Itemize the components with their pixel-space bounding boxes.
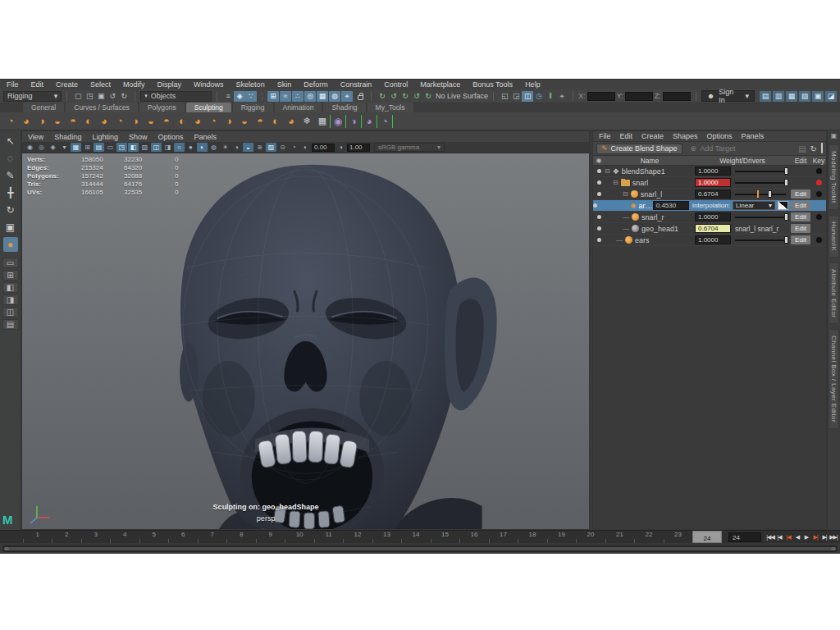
menu-item[interactable]: Constrain — [340, 80, 372, 89]
frame-tick[interactable]: 15 — [431, 531, 459, 543]
visibility-dot[interactable] — [593, 169, 605, 173]
stamp-image-icon[interactable]: ▦ — [315, 114, 330, 129]
key-indicator[interactable] — [811, 214, 826, 220]
shelf-tab[interactable]: Shading — [323, 103, 365, 112]
weight-field[interactable]: 1.0000 — [695, 178, 731, 187]
spray-brush-icon[interactable]: ◔ — [112, 114, 127, 129]
save-scene-icon[interactable]: ▣ — [95, 91, 107, 102]
frame-tick[interactable]: 4 — [110, 531, 139, 543]
menu-item[interactable]: Marketplace — [420, 80, 460, 89]
snap-curve-icon[interactable]: ≈ — [280, 91, 291, 102]
sign-in-button[interactable]: ☻ Sign In ▾ — [701, 90, 755, 102]
visibility-dot[interactable] — [593, 226, 605, 231]
menu-item[interactable]: Create — [56, 80, 78, 89]
snap-projected-center-icon[interactable]: ◎ — [304, 91, 316, 102]
refresh-icon[interactable]: ↻ — [810, 144, 817, 153]
layout-two-pane-stacked-icon[interactable]: ◨ — [2, 294, 19, 305]
frame-tick[interactable]: 10 — [285, 531, 313, 543]
workspace-rigging-icon[interactable]: ▧ — [799, 91, 810, 102]
construction-history-icon[interactable]: ↻ — [399, 91, 411, 102]
frame-tick[interactable]: 23 — [664, 531, 692, 543]
shelf-tab[interactable]: Polygons — [139, 103, 185, 112]
viewport-canvas[interactable]: Verts: 158050 32230 0 Edges: 215324 6432… — [22, 153, 589, 529]
workspace-animation-icon[interactable]: ▣ — [812, 91, 824, 102]
edit-button[interactable]: Edit — [791, 189, 810, 199]
paint-select-tool-icon[interactable]: ✎ — [3, 168, 18, 183]
add-target-button[interactable]: ⊕ Add Target — [686, 144, 741, 154]
panel-menu-item[interactable]: View — [28, 133, 43, 141]
edit-button[interactable]: Edit — [791, 201, 810, 210]
sculpt-brush-icon[interactable]: ◔ — [3, 114, 18, 129]
snap-magnet-icon[interactable]: ⌖ — [341, 91, 353, 102]
select-object-icon[interactable]: ◈ — [234, 91, 245, 102]
frame-tick[interactable]: 3 — [81, 531, 110, 543]
shelf-tab[interactable]: Animation — [275, 103, 322, 112]
frame-tick[interactable]: 20 — [576, 531, 605, 543]
menu-item[interactable]: Edit — [31, 80, 44, 89]
fill-brush-icon[interactable]: ◕ — [190, 114, 205, 129]
weight-slider[interactable] — [735, 189, 786, 199]
frame-tick[interactable]: 14 — [401, 531, 430, 543]
menu-item[interactable]: Edit — [620, 132, 633, 140]
layout-custom-icon[interactable]: ▤ — [2, 319, 19, 330]
screen-space-ao-icon[interactable]: ◒ — [243, 143, 253, 152]
frame-tick[interactable]: 16 — [459, 531, 488, 543]
visibility-dot[interactable] — [593, 215, 605, 219]
frame-tick[interactable]: 8 — [226, 531, 255, 543]
shelf-tab[interactable]: General — [23, 103, 64, 112]
gamma-field[interactable]: 1.00 — [347, 144, 370, 152]
workspace-uv-icon[interactable]: ▦ — [786, 91, 797, 102]
layout-four-pane-icon[interactable]: ⊞ — [2, 270, 19, 281]
edit-button[interactable]: Edit — [791, 235, 810, 244]
clone-target-icon[interactable]: ◑ — [346, 114, 361, 129]
menu-item[interactable]: Bonus Tools — [472, 80, 513, 89]
workspace-rendering-icon[interactable]: ◪ — [825, 91, 837, 102]
menu-item[interactable]: Display — [158, 80, 182, 89]
step-back-frame-button[interactable]: |◀ — [775, 532, 783, 542]
visibility-dot[interactable] — [593, 192, 605, 196]
textured-icon[interactable]: ◐ — [197, 143, 208, 152]
rebuild-icon[interactable]: ↺ — [411, 91, 422, 102]
wax-brush-icon[interactable]: ◓ — [159, 114, 174, 129]
range-slider[interactable] — [0, 543, 840, 554]
frame-tick[interactable]: 22 — [634, 531, 663, 543]
weight-slider[interactable] — [735, 167, 786, 176]
ipr-render-icon[interactable]: ◲ — [510, 91, 522, 102]
weight-field[interactable]: 1.0000 — [695, 235, 731, 244]
dock-menu-icon[interactable]: ▣ — [831, 132, 838, 139]
film-gate-icon[interactable]: ▭ — [105, 143, 116, 152]
shape-row-snarl-l[interactable]: ⊟ snarl_l 0.6704 Edit — [593, 189, 826, 200]
flatten-brush-icon[interactable]: ◐ — [81, 114, 96, 129]
lasso-select-tool-icon[interactable]: ◌ — [3, 151, 18, 166]
weight-field[interactable]: 1.0000 — [695, 212, 731, 221]
rotate-tool-icon[interactable]: ↻ — [3, 203, 18, 217]
menu-item[interactable]: Shapes — [673, 132, 698, 140]
weight-slider[interactable] — [735, 178, 786, 187]
shelf-tab[interactable]: Rigging — [233, 103, 273, 112]
repeat-brush-icon[interactable]: ◑ — [128, 114, 143, 129]
weight-slider[interactable] — [735, 235, 786, 244]
menu-item[interactable]: File — [599, 132, 611, 140]
menu-item[interactable]: Panels — [742, 132, 765, 140]
visibility-dot[interactable] — [593, 238, 605, 242]
pinch-brush-icon[interactable]: ◓ — [66, 114, 80, 129]
frame-tick[interactable]: 13 — [372, 531, 401, 543]
safe-title-icon[interactable]: ◨ — [162, 143, 173, 152]
snap-grid-icon[interactable]: ⊞ — [267, 91, 279, 102]
select-component-icon[interactable]: ∵ — [245, 91, 257, 102]
key-indicator[interactable] — [811, 168, 826, 174]
exposure-icon[interactable]: ◐ — [300, 143, 311, 152]
menu-item[interactable]: Control — [384, 80, 408, 89]
snap-point-icon[interactable]: ∴ — [292, 91, 304, 102]
key-indicator[interactable] — [811, 191, 826, 197]
frame-tick[interactable]: 7 — [198, 531, 226, 543]
colorspace-selector[interactable]: sRGB gamma▾ — [374, 143, 445, 152]
gate-mask-icon[interactable]: ◧ — [128, 143, 139, 152]
menu-item[interactable]: Deform — [304, 80, 328, 89]
frame-tick[interactable]: 9 — [256, 531, 285, 543]
perspective-viewport[interactable]: ViewShadingLightingShowOptionsPanels ◉◎◈… — [21, 130, 590, 530]
tab-humanik[interactable]: HumanIK — [829, 215, 839, 258]
motion-blur-icon[interactable]: ≋ — [254, 143, 265, 152]
foamy-brush-icon[interactable]: ◕ — [97, 114, 112, 129]
shape-row-ears[interactable]: — ears 1.0000 Edit — [593, 235, 826, 246]
